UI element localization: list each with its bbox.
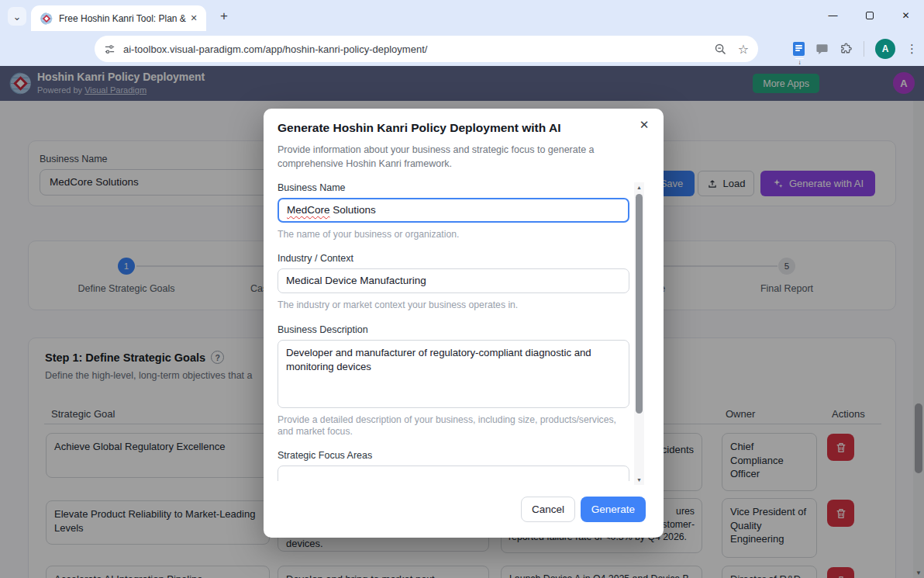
modal-subtitle: Provide information about your business …: [278, 143, 620, 171]
reading-mode-download-icon[interactable]: ↓: [793, 42, 805, 56]
industry-helper: The industry or market context your busi…: [278, 299, 629, 311]
window-controls: — ✕: [815, 0, 924, 31]
business-description-textarea[interactable]: Developer and manufacturer of regulatory…: [278, 340, 629, 408]
browser-tab-active[interactable]: Free Hoshin Kanri Tool: Plan & E ✕: [31, 5, 206, 31]
tab-search-chevron-icon[interactable]: ⌄: [8, 7, 26, 26]
modal-title: Generate Hoshin Kanri Policy Deployment …: [278, 121, 560, 135]
strategic-focus-input[interactable]: [278, 466, 629, 481]
minimize-button[interactable]: —: [815, 0, 851, 31]
address-bar[interactable]: ai-toolbox.visual-paradigm.com/app/hoshi…: [95, 36, 758, 62]
page: Hoshin Kanri Policy Deployment Powered b…: [0, 66, 924, 578]
url-text[interactable]: ai-toolbox.visual-paradigm.com/app/hoshi…: [123, 43, 714, 55]
scroll-down-arrow-icon[interactable]: ▼: [634, 477, 644, 483]
toolbar-right-icons: ↓ A ⋮: [793, 36, 918, 62]
toolbar-separator: [864, 41, 864, 57]
chevron-down-icon: ⌄: [13, 11, 22, 22]
tab-close-icon[interactable]: ✕: [188, 12, 200, 25]
generate-ai-modal: ✕ Generate Hoshin Kanri Policy Deploymen…: [264, 109, 664, 538]
scroll-up-arrow-icon[interactable]: ▲: [634, 185, 644, 190]
business-name-helper: The name of your business or organizatio…: [278, 229, 629, 241]
visual-paradigm-favicon-icon: [40, 12, 53, 25]
business-description-helper: Provide a detailed description of your b…: [278, 414, 629, 438]
modal-business-name-label: Business Name: [278, 182, 629, 193]
business-name-rest: Solutions: [330, 204, 376, 216]
cancel-button[interactable]: Cancel: [521, 497, 575, 522]
extensions-puzzle-icon[interactable]: [840, 43, 853, 56]
bookmark-star-icon[interactable]: ☆: [738, 42, 749, 57]
maximize-icon: [866, 12, 874, 19]
industry-label: Industry / Context: [278, 253, 629, 264]
zoom-out-icon[interactable]: [714, 43, 727, 56]
browser-profile-avatar[interactable]: A: [875, 39, 895, 59]
new-tab-button[interactable]: +: [215, 8, 233, 25]
modal-business-name-input[interactable]: MedCore Solutions: [278, 198, 629, 223]
browser-toolbar: ← → ⟳ ai-toolbox.visual-paradigm.com/app…: [0, 31, 924, 66]
tab-title: Free Hoshin Kanri Tool: Plan & E: [59, 13, 188, 24]
download-badge-icon: ↓: [795, 58, 804, 60]
strategic-focus-label: Strategic Focus Areas: [278, 450, 629, 461]
browser-menu-kebab-icon[interactable]: ⋮: [906, 42, 918, 56]
browser-tab-strip: ⌄ Free Hoshin Kanri Tool: Plan & E ✕ + —…: [0, 0, 924, 31]
modal-scrollbar[interactable]: ▲ ▼: [634, 182, 644, 485]
modal-form: Business Name MedCore Solutions The name…: [278, 182, 629, 481]
close-window-button[interactable]: ✕: [888, 0, 924, 31]
industry-input[interactable]: Medical Device Manufacturing: [278, 268, 629, 293]
generate-button[interactable]: Generate: [581, 497, 646, 522]
misspelled-word: MedCore: [287, 204, 330, 216]
site-settings-tune-icon[interactable]: [104, 43, 116, 55]
modal-close-icon[interactable]: ✕: [636, 116, 653, 133]
comment-bubble-icon[interactable]: [815, 43, 829, 56]
modal-scrollbar-thumb[interactable]: [636, 194, 643, 414]
maximize-button[interactable]: [851, 0, 888, 31]
business-description-label: Business Description: [278, 324, 629, 335]
